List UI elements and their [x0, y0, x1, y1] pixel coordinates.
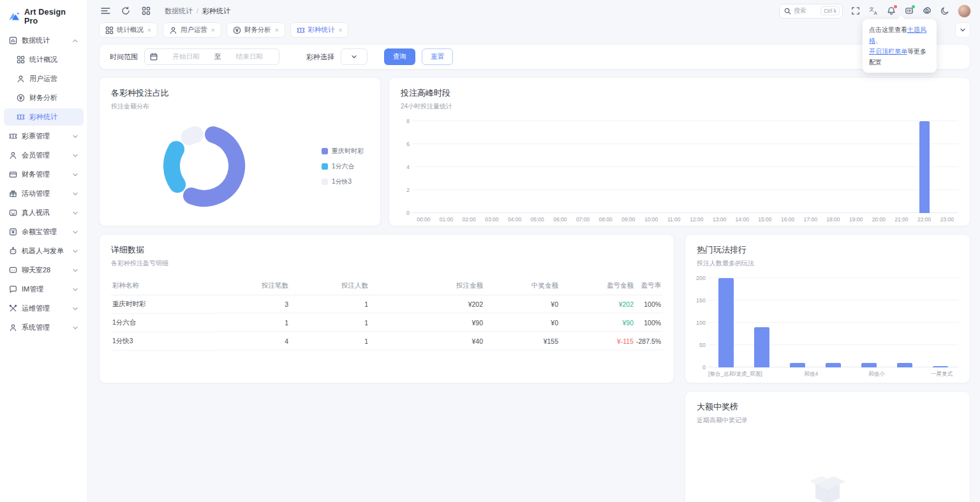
- sidebar-item-live-video[interactable]: 真人视讯: [4, 204, 84, 221]
- search-input[interactable]: 搜索 Ctrl k: [779, 4, 843, 18]
- chevron-down-icon: [351, 54, 357, 60]
- bar-column: [685, 121, 708, 213]
- legend-item[interactable]: 1分快3: [322, 177, 364, 186]
- card-subtitle: 投注人数最多的玩法: [697, 259, 958, 268]
- date-range-input[interactable]: 开始日期 至 结束日期: [144, 48, 279, 65]
- sidebar-item-label: 真人视讯: [22, 208, 50, 218]
- bar-[整合_总和/龙虎_双面][interactable]: [718, 278, 734, 367]
- bar-column: [503, 121, 526, 213]
- bar-和值小[interactable]: [861, 363, 877, 367]
- moon-button[interactable]: [937, 3, 953, 18]
- filter-bar: 时间范围 开始日期 至 结束日期 彩种选择 查询 重置: [99, 44, 970, 70]
- sidebar-item-finance-analysis[interactable]: 财务分析: [4, 89, 84, 107]
- calendar-icon: [150, 53, 158, 61]
- robot-icon: [9, 247, 17, 255]
- x-axis: 00:0001:0002:0003:0004:0005:0006:0007:00…: [412, 216, 958, 223]
- app-logo[interactable]: Art Design Pro: [4, 5, 84, 32]
- sidebar-item-activity-manage[interactable]: 活动管理: [4, 185, 84, 202]
- bar-column: [815, 278, 851, 367]
- detail-data-card: 详细数据 各彩种投注盈亏明细 彩种名称投注笔数投注人数投注金额中奖金额盈亏金额盈…: [99, 234, 674, 383]
- card-subtitle: 近期高额中奖记录: [697, 416, 958, 425]
- topbar-menu-link[interactable]: 开启顶栏菜单: [869, 48, 907, 55]
- collapse-menu-button[interactable]: [98, 4, 112, 18]
- donut-slice-重庆时时彩[interactable]: [191, 135, 237, 198]
- lottery-select[interactable]: [341, 48, 368, 65]
- sidebar-item-finance-manage[interactable]: 财务管理: [4, 166, 84, 183]
- moon-icon: [940, 6, 949, 15]
- apps-button[interactable]: [139, 4, 153, 18]
- close-tab-icon[interactable]: ×: [147, 27, 151, 34]
- sidebar-item-chatroom-28[interactable]: 聊天室28: [4, 262, 84, 279]
- translate-button[interactable]: 文A: [866, 3, 881, 18]
- chat-button[interactable]: [902, 3, 917, 18]
- date-range-label: 时间范围: [110, 52, 138, 62]
- donut-slice-1分六合[interactable]: [172, 149, 177, 184]
- settings-button[interactable]: [919, 3, 935, 18]
- user-icon: [169, 26, 177, 34]
- sidebar-item-label: IM管理: [22, 284, 43, 294]
- reset-button[interactable]: 重置: [422, 48, 453, 65]
- avatar[interactable]: [958, 4, 971, 18]
- tab-user-operation[interactable]: 用户运营×: [163, 22, 221, 38]
- legend-swatch: [322, 163, 328, 170]
- bar-3[interactable]: [826, 363, 841, 367]
- hot-plays-chart: 050100150200[整合_总和/龙虎_双面]和值4和值小一星复式: [697, 278, 958, 378]
- chart-icon: [9, 36, 17, 45]
- translate-icon: 文A: [869, 6, 879, 15]
- tab-lottery-stats[interactable]: 彩种统计×: [290, 22, 349, 38]
- legend-label: 1分六合: [332, 162, 355, 171]
- sidebar-item-lottery-manage[interactable]: 彩票管理: [4, 128, 84, 145]
- sidebar-item-user-operation[interactable]: 用户运营: [4, 70, 84, 87]
- x-tick-label: 03:00: [480, 216, 503, 223]
- sidebar-item-member-manage[interactable]: 会员管理: [4, 147, 84, 164]
- notification-dot: [912, 5, 915, 8]
- x-axis: [整合_总和/龙虎_双面]和值4和值小一星复式: [708, 371, 958, 378]
- y-tick-label: 150: [696, 297, 706, 304]
- tab-options-button[interactable]: [955, 22, 970, 38]
- donut-chart[interactable]: [153, 115, 255, 219]
- card-subtitle: 投注金额分布: [111, 102, 369, 111]
- close-tab-icon[interactable]: ×: [339, 27, 343, 34]
- query-button[interactable]: 查询: [384, 48, 415, 65]
- bar-和值4[interactable]: [790, 363, 805, 367]
- breadcrumb-current: 彩种统计: [202, 6, 230, 16]
- refresh-button[interactable]: [119, 4, 133, 18]
- chevron-down-icon: [72, 152, 78, 159]
- table-cell: 1分六合: [111, 314, 216, 332]
- sidebar-item-yuebao-manage[interactable]: 余额宝管理: [4, 223, 84, 240]
- sidebar-item-system-manage[interactable]: 系统管理: [4, 319, 84, 336]
- bar-1[interactable]: [754, 327, 769, 367]
- sidebar-item-ops-manage[interactable]: 运维管理: [4, 300, 84, 317]
- close-tab-icon[interactable]: ×: [275, 27, 279, 34]
- bar-一星复式[interactable]: [933, 366, 948, 367]
- sidebar-item-label: 机器人与发单: [22, 246, 64, 256]
- legend-label: 1分快3: [332, 177, 352, 186]
- sidebar-item-robot-orders[interactable]: 机器人与发单: [4, 242, 84, 260]
- sidebar-item-data-stats[interactable]: 数据统计: [4, 32, 84, 49]
- donut-slice-1分快3[interactable]: [189, 135, 195, 137]
- logo-icon: [8, 10, 20, 23]
- chevron-down-icon: [72, 306, 78, 312]
- bar-22:00[interactable]: [919, 121, 930, 213]
- bar-column: [913, 121, 936, 213]
- legend-item[interactable]: 1分六合: [322, 162, 364, 171]
- tab-label: 用户运营: [181, 26, 207, 34]
- breadcrumb-parent[interactable]: 数据统计: [165, 6, 193, 16]
- table-row: 重庆时时彩31¥202¥0¥202100%: [111, 295, 662, 314]
- sidebar-item-stats-overview[interactable]: 统计概况: [4, 51, 84, 68]
- tab-stats-overview[interactable]: 统计概况×: [99, 22, 158, 38]
- legend-item[interactable]: 重庆时时彩: [322, 147, 364, 156]
- fullscreen-button[interactable]: [848, 3, 863, 18]
- table-cell: -287.5%: [635, 333, 662, 350]
- chevron-down-icon: [72, 248, 78, 255]
- bar-column: [480, 121, 503, 213]
- tab-finance-analysis[interactable]: 财务分析×: [226, 22, 285, 38]
- close-tab-icon[interactable]: ×: [211, 27, 215, 34]
- chat-dots-icon: [9, 266, 17, 274]
- bell-button[interactable]: [884, 3, 899, 18]
- x-tick-label: 一星复式: [926, 371, 958, 378]
- sidebar-item-im-manage[interactable]: IM管理: [4, 281, 84, 298]
- bar-column: [887, 278, 923, 367]
- sidebar-item-lottery-stats[interactable]: 彩种统计: [4, 108, 84, 126]
- bar-5[interactable]: [897, 363, 912, 367]
